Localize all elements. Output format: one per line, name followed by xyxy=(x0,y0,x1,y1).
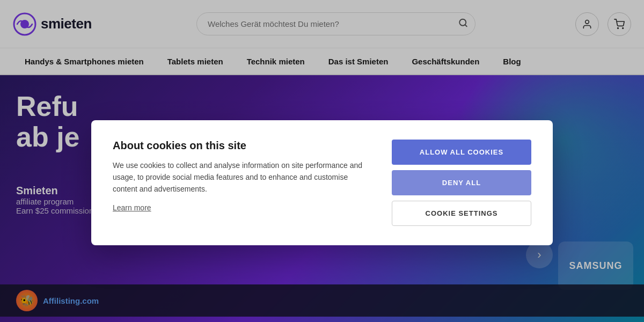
cookie-learn-more[interactable]: Learn more xyxy=(113,203,151,212)
cookie-settings-button[interactable]: COOKIE SETTINGS xyxy=(392,201,531,226)
cookie-title: About cookies on this site xyxy=(113,140,370,152)
cookie-description: We use cookies to collect and analyse in… xyxy=(113,159,370,195)
allow-all-cookies-button[interactable]: ALLOW ALL COOKIES xyxy=(392,140,531,165)
cookie-modal-overlay: About cookies on this site We use cookie… xyxy=(0,0,644,322)
cookie-content: About cookies on this site We use cookie… xyxy=(113,140,370,213)
cookie-buttons: ALLOW ALL COOKIES DENY ALL COOKIE SETTIN… xyxy=(392,140,531,226)
cookie-modal: About cookies on this site We use cookie… xyxy=(91,120,553,245)
deny-all-button[interactable]: DENY ALL xyxy=(392,170,531,195)
